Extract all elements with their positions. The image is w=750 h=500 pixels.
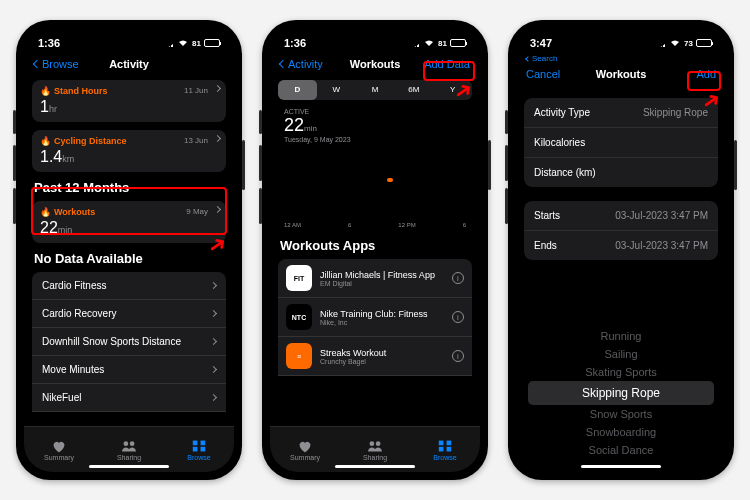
stand-hours-card[interactable]: 🔥Stand Hours 11 Jun 1hr [32,80,226,122]
battery-icon [450,39,466,47]
flame-icon: 🔥 [40,86,51,96]
battery-pct: 81 [192,39,201,48]
info-icon[interactable]: i [452,311,464,323]
picker-option[interactable]: Running [516,327,726,345]
nav-bar: Cancel Workouts Add [516,64,726,86]
seg-m[interactable]: M [356,80,395,100]
app-icon: ≡ [286,343,312,369]
app-icon: NTC [286,304,312,330]
svg-rect-7 [201,440,206,445]
add-button[interactable]: Add [696,68,716,80]
back-to-search[interactable]: Search [526,54,557,63]
svg-point-4 [124,441,129,446]
seg-y[interactable]: Y [433,80,472,100]
app-row[interactable]: NTCNike Training Club: FitnessNike, Inci [278,298,472,337]
picker-option[interactable]: Skating Sports [516,363,726,381]
battery-icon [204,39,220,47]
workouts-chart[interactable]: ACTIVE 22min Tuesday, 9 May 2023 12 AM61… [278,104,472,232]
section-header: Workouts Apps [280,238,470,253]
picker-option[interactable]: Skipping Rope [528,381,714,405]
seg-6m[interactable]: 6M [394,80,433,100]
chevron-right-icon [210,394,217,401]
section-header: Past 12 Months [34,180,224,195]
form-row[interactable]: Ends03-Jul-2023 3:47 PM [524,231,718,260]
wifi-icon [669,39,681,47]
svg-rect-19 [447,446,452,451]
flame-icon: 🔥 [40,136,51,146]
section-header: No Data Available [34,251,224,266]
clock: 1:36 [38,37,60,49]
picker-option[interactable]: Sailing [516,345,726,363]
info-icon[interactable]: i [452,272,464,284]
chevron-right-icon [210,310,217,317]
time-range-segmented[interactable]: DWM6MY [278,80,472,100]
card-date: 9 May [186,207,208,216]
svg-point-14 [370,441,375,446]
picker-option[interactable]: Snowboarding [516,423,726,441]
card-date: 11 Jun [184,86,208,95]
app-icon: FIT [286,265,312,291]
app-row[interactable]: FITJillian Michaels | Fitness AppEM Digi… [278,259,472,298]
workouts-card[interactable]: 🔥Workouts 9 May 22min [32,201,226,243]
list-item[interactable]: Move Minutes [32,356,226,384]
svg-rect-17 [447,440,452,445]
svg-point-15 [376,441,381,446]
card-date: 13 Jun [184,136,208,145]
app-row[interactable]: ≡Streaks WorkoutCrunchy Bageli [278,337,472,376]
svg-rect-8 [193,446,198,451]
list-item[interactable]: Cardio Recovery [32,300,226,328]
cycling-distance-card[interactable]: 🔥Cycling Distance 13 Jun 1.4km [32,130,226,172]
tab-browse[interactable]: Browse [410,427,480,472]
chevron-left-icon [33,60,41,68]
home-indicator[interactable] [89,465,169,468]
nav-bar: Browse Activity [24,54,234,76]
info-icon[interactable]: i [452,350,464,362]
back-button[interactable]: Activity [280,58,323,70]
svg-rect-18 [439,446,444,451]
tab-summary[interactable]: Summary [270,427,340,472]
home-indicator[interactable] [581,465,661,468]
wifi-icon [177,39,189,47]
flame-icon: 🔥 [40,207,51,217]
nav-bar: Activity Workouts Add Data [270,54,480,76]
chevron-left-icon [279,60,287,68]
seg-d[interactable]: D [278,80,317,100]
home-indicator[interactable] [335,465,415,468]
chart-axis: 12 AM612 PM6 [284,222,466,228]
tab-browse[interactable]: Browse [164,427,234,472]
form-row[interactable]: Starts03-Jul-2023 3:47 PM [524,201,718,231]
svg-point-5 [130,441,135,446]
picker-option[interactable]: Social Dance [516,441,726,459]
svg-rect-9 [201,446,206,451]
clock: 1:36 [284,37,306,49]
seg-w[interactable]: W [317,80,356,100]
form-row[interactable]: Distance (km) [524,158,718,187]
battery-icon [696,39,712,47]
svg-rect-16 [439,440,444,445]
wifi-icon [423,39,435,47]
add-data-button[interactable]: Add Data [424,58,470,70]
form-row[interactable]: Kilocalories [524,128,718,158]
list-item[interactable]: Cardio Fitness [32,272,226,300]
tab-summary[interactable]: Summary [24,427,94,472]
cancel-button[interactable]: Cancel [526,68,560,80]
battery-pct: 81 [438,39,447,48]
phone-workouts: 1:36 81 Activity Workouts Add Data DWM6M… [262,20,488,480]
chart-data-point [387,178,393,182]
phone-add-workout: 3:47 73 Search Cancel Workouts Add Activ… [508,20,734,480]
chevron-right-icon [210,338,217,345]
chevron-left-icon [525,56,531,62]
back-button[interactable]: Browse [34,58,79,70]
form-row[interactable]: Activity TypeSkipping Rope [524,98,718,128]
clock: 3:47 [530,37,552,49]
battery-pct: 73 [684,39,693,48]
chevron-right-icon [210,366,217,373]
list-item[interactable]: Downhill Snow Sports Distance [32,328,226,356]
phone-activity: 1:36 81 Browse Activity 🔥Stand Hours 11 … [16,20,242,480]
picker-option[interactable]: Snow Sports [516,405,726,423]
chevron-right-icon [210,282,217,289]
list-item[interactable]: NikeFuel [32,384,226,412]
activity-picker[interactable]: RunningSailingSkating SportsSkipping Rop… [516,328,726,458]
svg-rect-6 [193,440,198,445]
